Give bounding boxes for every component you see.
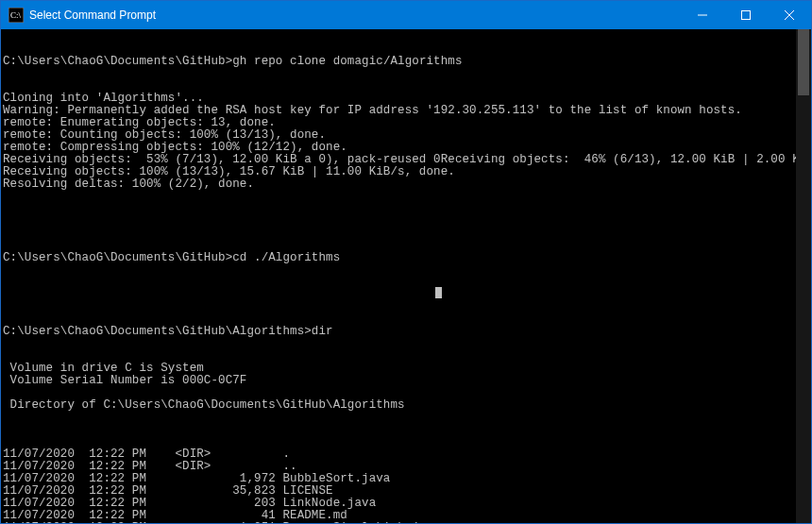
svg-rect-2 <box>742 11 751 20</box>
prompt-line: C:\Users\ChaoG\Documents\GitHub>gh repo … <box>3 56 809 68</box>
output-line: Resolving deltas: 100% (2/2), done. <box>3 178 809 191</box>
scrollbar[interactable] <box>796 29 811 523</box>
minimize-button[interactable] <box>681 1 724 29</box>
prompt-line: C:\Users\ChaoG\Documents\GitHub>cd ./Alg… <box>3 252 809 264</box>
cmd-icon: C:\ <box>8 8 24 23</box>
titlebar[interactable]: C:\ Select Command Prompt <box>1 1 811 29</box>
prompt-line: C:\Users\ChaoG\Documents\GitHub\Algorith… <box>3 326 809 338</box>
command-text: gh repo clone domagic/Algorithms <box>232 55 462 68</box>
command-text: cd ./Algorithms <box>232 251 340 264</box>
window-controls <box>681 1 811 29</box>
selection-cursor <box>435 287 442 298</box>
dir-row: 11/07/2020 12:22 PM 1,051 ReverseSingleL… <box>3 522 809 523</box>
output-line: Directory of C:\Users\ChaoG\Documents\Gi… <box>3 399 809 412</box>
prompt-path: C:\Users\ChaoG\Documents\GitHub> <box>3 251 232 264</box>
window-title: Select Command Prompt <box>29 8 156 22</box>
close-button[interactable] <box>768 1 811 29</box>
svg-text:C:\: C:\ <box>10 10 22 20</box>
scrollbar-thumb[interactable] <box>798 29 809 95</box>
blank-line <box>3 289 809 301</box>
maximize-button[interactable] <box>724 1 768 29</box>
blank-line <box>3 215 809 228</box>
output-line: Volume Serial Number is 000C-0C7F <box>3 375 809 387</box>
prompt-path: C:\Users\ChaoG\Documents\GitHub> <box>3 55 232 68</box>
prompt-path: C:\Users\ChaoG\Documents\GitHub\Algorith… <box>3 325 312 338</box>
terminal[interactable]: C:\Users\ChaoG\Documents\GitHub>gh repo … <box>1 29 811 523</box>
output-line <box>3 412 809 424</box>
command-text: dir <box>312 325 333 338</box>
